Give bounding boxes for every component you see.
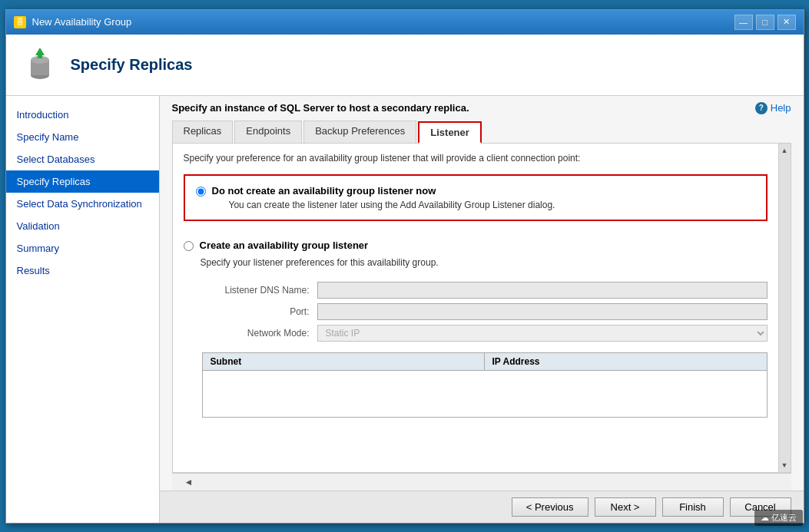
- tab-description: Specify your preference for an availabil…: [184, 153, 768, 164]
- listener-dns-label: Listener DNS Name:: [202, 285, 310, 296]
- help-label: Help: [771, 102, 791, 114]
- window-title: New Availability Group: [32, 16, 132, 28]
- window-controls: — □ ✕: [734, 15, 796, 30]
- next-button[interactable]: Next >: [595, 497, 656, 517]
- sidebar-item-select-data-sync[interactable]: Select Data Synchronization: [6, 193, 159, 215]
- help-link[interactable]: ? Help: [755, 102, 791, 114]
- sidebar-item-results[interactable]: Results: [6, 259, 159, 282]
- table-header: Subnet IP Address: [203, 353, 767, 371]
- maximize-button[interactable]: □: [756, 15, 774, 30]
- port-label: Port:: [202, 306, 310, 317]
- scroll-up-arrow[interactable]: ▲: [781, 145, 788, 156]
- sidebar-item-validation[interactable]: Validation: [6, 215, 159, 237]
- title-bar: 🗄 New Availability Group — □ ✕: [6, 10, 804, 35]
- tab-backup-preferences[interactable]: Backup Preferences: [303, 121, 416, 143]
- form-grid: Listener DNS Name: Port: Network Mode: S…: [184, 276, 768, 348]
- sidebar-item-specify-name[interactable]: Specify Name: [6, 126, 159, 148]
- horizontal-scrollbar[interactable]: ◄: [172, 473, 791, 491]
- previous-button[interactable]: < Previous: [512, 497, 589, 517]
- table-body: [203, 371, 767, 417]
- option1-sublabel: You can create the listener later using …: [229, 200, 555, 210]
- content-header: Specify an instance of SQL Server to hos…: [160, 96, 804, 121]
- sidebar-item-introduction[interactable]: Introduction: [6, 104, 159, 126]
- option2-sublabel: Specify your listener preferences for th…: [201, 257, 768, 268]
- option1-radio[interactable]: [196, 187, 206, 197]
- table-col-subnet: Subnet: [203, 353, 485, 370]
- scroll-down-arrow[interactable]: ▼: [781, 460, 788, 471]
- sidebar: Introduction Specify Name Select Databas…: [6, 96, 160, 523]
- option1-label: Do not create an availability group list…: [212, 185, 555, 197]
- sidebar-item-specify-replicas[interactable]: Specify Replicas: [6, 170, 159, 193]
- header-icon: [22, 46, 58, 83]
- option1-box: Do not create an availability group list…: [184, 174, 768, 221]
- tab-endpoints[interactable]: Endpoints: [234, 121, 302, 143]
- main-window: 🗄 New Availability Group — □ ✕ Specify R…: [5, 9, 804, 524]
- header-area: Specify Replicas: [6, 35, 804, 96]
- option1-row: Do not create an availability group list…: [196, 185, 755, 210]
- subnet-table: Subnet IP Address: [202, 352, 768, 418]
- network-mode-select[interactable]: Static IP: [317, 325, 768, 342]
- tab-content-area: Specify your preference for an availabil…: [172, 144, 791, 473]
- finish-button[interactable]: Finish: [662, 497, 724, 517]
- listener-dns-input[interactable]: [317, 282, 768, 299]
- vertical-scrollbar[interactable]: ▲ ▼: [778, 144, 791, 472]
- option2-row: Create an availability group listener: [184, 240, 768, 251]
- sidebar-item-summary[interactable]: Summary: [6, 237, 159, 259]
- option1-content: Do not create an availability group list…: [212, 185, 555, 210]
- inner-content: Specify your preference for an availabil…: [173, 144, 778, 472]
- close-button[interactable]: ✕: [778, 15, 796, 30]
- table-col-ip-address: IP Address: [485, 353, 767, 370]
- scroll-left-arrow[interactable]: ◄: [184, 477, 194, 487]
- option2-radio[interactable]: [184, 241, 194, 251]
- window-icon: 🗄: [14, 16, 26, 28]
- page-title: Specify Replicas: [71, 56, 193, 74]
- content-description: Specify an instance of SQL Server to hos…: [172, 102, 469, 114]
- minimize-button[interactable]: —: [734, 15, 753, 30]
- main-content: Introduction Specify Name Select Databas…: [6, 96, 804, 523]
- tabs: Replicas Endpoints Backup Preferences Li…: [172, 121, 791, 144]
- network-mode-label: Network Mode:: [202, 328, 310, 339]
- button-bar: < Previous Next > Finish Cancel: [160, 491, 804, 523]
- sidebar-item-select-databases[interactable]: Select Databases: [6, 148, 159, 170]
- watermark: ☁ 亿速云: [754, 510, 803, 526]
- option2-content: Create an availability group listener: [200, 240, 369, 251]
- option2-section: Create an availability group listener Sp…: [184, 232, 768, 276]
- title-bar-left: 🗄 New Availability Group: [14, 16, 132, 28]
- tabs-container: Replicas Endpoints Backup Preferences Li…: [160, 121, 804, 144]
- option2-label: Create an availability group listener: [200, 240, 369, 251]
- tab-listener[interactable]: Listener: [418, 121, 482, 144]
- help-icon: ?: [755, 102, 768, 114]
- tab-replicas[interactable]: Replicas: [172, 121, 234, 143]
- port-input[interactable]: [317, 303, 768, 320]
- content-area: Specify an instance of SQL Server to hos…: [160, 96, 804, 523]
